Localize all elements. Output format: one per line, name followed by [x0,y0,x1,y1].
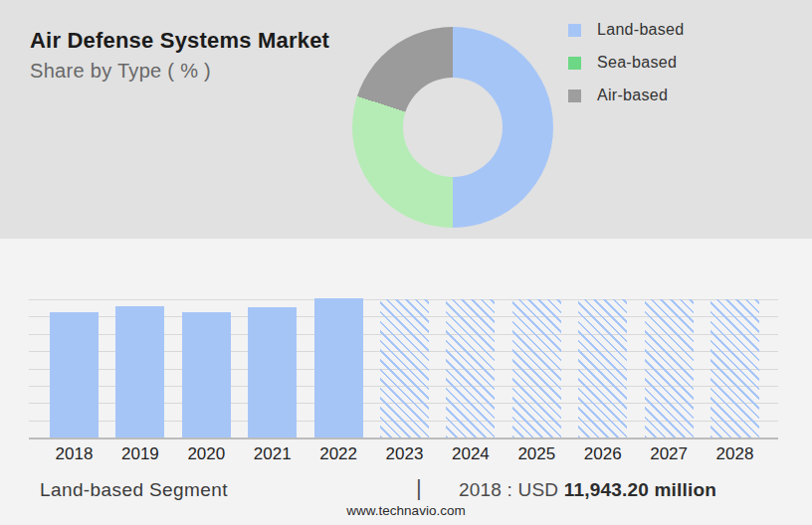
legend-label: Sea-based [597,54,677,72]
legend-label: Land-based [597,21,685,39]
footer-value: 2018 : USD 11,943.20 million [459,479,716,501]
legend-row: Sea-based [568,55,685,71]
x-axis-label-2018: 2018 [50,444,99,464]
bar-2021 [248,307,297,438]
legend-label: Air-based [597,87,668,104]
footer-value-prefix: 2018 : USD [459,479,558,500]
forecast-bar-2028 [710,299,759,438]
header-section: Air Defense Systems Market Share by Type… [0,0,812,239]
forecast-bar-2023 [380,299,429,438]
donut-hole [403,78,503,177]
x-axis-label-2019: 2019 [115,444,164,464]
bar-chart-x-axis-labels: 2018201920202021202220232024202520262027… [29,444,778,464]
forecast-bar-2027 [645,299,694,438]
bar-2019 [115,306,164,438]
legend-swatch-icon [568,57,581,70]
donut-legend: Land-basedSea-basedAir-based [568,22,685,120]
legend-swatch-icon [568,89,581,102]
legend-swatch-icon [568,24,581,37]
x-axis-label-2021: 2021 [248,444,297,464]
forecast-bar-2026 [578,299,627,438]
forecast-bar-2025 [512,299,561,438]
x-axis-label-2024: 2024 [446,444,495,464]
x-axis-label-2027: 2027 [645,444,694,464]
page-subtitle: Share by Type ( % ) [30,60,211,83]
forecast-bar-2024 [446,299,495,438]
bar-2022 [314,298,363,438]
x-axis-label-2025: 2025 [512,444,561,464]
donut-chart [352,27,553,228]
bar-2018 [50,312,99,438]
page-title: Air Defense Systems Market [30,28,329,54]
infographic-page: Air Defense Systems Market Share by Type… [0,0,812,525]
x-axis-label-2022: 2022 [314,444,363,464]
legend-row: Air-based [568,88,685,103]
legend-row: Land-based [568,22,685,38]
x-axis-label-2023: 2023 [380,444,429,464]
bar-2020 [182,312,231,438]
x-axis-label-2020: 2020 [182,444,231,464]
segment-label: Land-based Segment [40,479,228,501]
x-axis-label-2028: 2028 [710,444,759,464]
footer-value-amount: 11,943.20 million [564,479,716,500]
website-url: www.technavio.com [0,503,812,518]
bar-chart-plot [29,299,778,439]
footer-separator: | [416,475,422,501]
x-axis-label-2026: 2026 [578,444,627,464]
